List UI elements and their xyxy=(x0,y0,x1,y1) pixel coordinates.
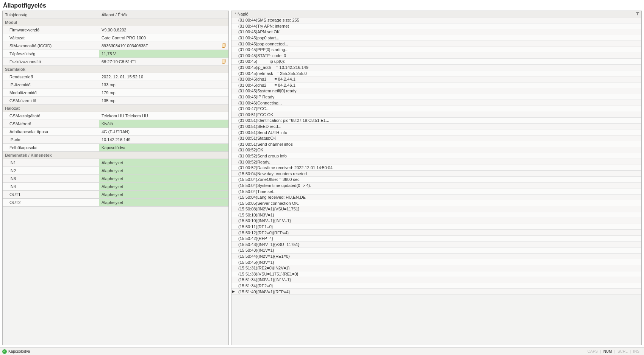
log-row[interactable]: (15:50:04)New day: counters reseted xyxy=(231,171,641,177)
log-row[interactable]: (01:00:45)netmask = 255.255.255.0 xyxy=(231,70,641,76)
log-message: (15:50:43){IN1V=1} xyxy=(237,248,276,253)
value-cell: 11,75 V xyxy=(99,50,228,58)
main-split: Tulajdonság Állapot / Érték ModulFirmwar… xyxy=(0,11,644,347)
log-row[interactable]: (01:00:51)Status:OK xyxy=(231,135,641,142)
log-message: (15:50:04)Lang received: HU,EN,DE xyxy=(237,195,307,200)
status-panel: Tulajdonság Állapot / Érték ModulFirmwar… xyxy=(2,11,229,345)
log-row[interactable]: (01:00:45)ppp connected... xyxy=(231,41,641,47)
log-row[interactable]: (15:51:34){IN3V=1}{IN1V=1} xyxy=(231,277,641,283)
log-row[interactable]: (01:00:51)ECC OK xyxy=(231,112,641,118)
log-row[interactable]: (15:50:43){IN1V=1} xyxy=(231,248,641,254)
log-message: (01:00:45)ppp connected... xyxy=(237,41,289,47)
log-row[interactable]: ▶(15:51:40){IN4V=1}{RFP=4} xyxy=(231,289,641,295)
log-row[interactable]: (15:51:33){VSU=11751}{RE1=0} xyxy=(231,271,641,277)
log-row[interactable]: (01:00:45)ppp0 start... xyxy=(231,35,641,41)
section-header[interactable]: Bemenetek / Kimenetek xyxy=(3,152,228,159)
log-message: (15:50:42){RFP=4} xyxy=(237,236,275,241)
current-row-icon: ▶ xyxy=(232,290,235,293)
section-header[interactable]: Számlálók xyxy=(3,66,228,73)
property-cell: Rendszeridő xyxy=(3,73,99,81)
property-cell: OUT2 xyxy=(3,199,99,206)
table-row: IP-üzemidő133 mp xyxy=(3,81,228,89)
log-message: (15:50:04)Time set... xyxy=(237,189,278,194)
log-row[interactable]: (01:00:45)IP Ready xyxy=(231,94,641,100)
log-row[interactable]: (01:00:51)Send AUTH info xyxy=(231,129,641,135)
connection-status-text: Kapcsolódva xyxy=(8,349,30,353)
value-cell: Kiváló xyxy=(99,120,228,128)
log-row[interactable]: (01:00:47)ECC... xyxy=(231,106,641,112)
log-row[interactable]: (15:50:43){IN4V=1}{VSU=11751} xyxy=(231,242,641,248)
property-cell: Változat xyxy=(3,34,99,42)
log-message: (15:50:45){IN3V=1} xyxy=(237,260,276,265)
log-row[interactable]: (01:00:45)PPP[0] starting... xyxy=(231,47,641,53)
log-row[interactable]: (01:00:52)Send group info xyxy=(231,153,641,159)
log-row[interactable]: (01:00:46)Connecting... xyxy=(231,100,641,106)
log-message: (15:50:12){RE2=0}{RFP=4} xyxy=(237,230,290,235)
log-row[interactable]: (15:50:04)Time set... xyxy=(231,188,641,195)
svg-rect-3 xyxy=(222,60,225,64)
table-row: OUT1Alaphelyzet xyxy=(3,191,228,199)
log-filter-icon[interactable] xyxy=(635,12,640,16)
log-row[interactable]: (01:00:44)SMS storage size: 255 xyxy=(231,17,641,23)
log-row[interactable]: (01:00:45)dns2 = 84.2.46.1 xyxy=(231,83,641,89)
table-row: Tápfeszültség11,75 V xyxy=(3,50,228,58)
copy-icon[interactable] xyxy=(222,59,227,64)
value-cell: Telekom HU Telekom HU xyxy=(99,112,228,120)
property-cell: Eszközazonosító xyxy=(3,58,99,65)
log-row[interactable]: (01:00:45)System netif[0] ready xyxy=(231,88,641,94)
log-row[interactable]: (01:00:51)Send channel infos xyxy=(231,141,641,147)
value-cell: Alaphelyzet xyxy=(99,175,228,182)
log-row[interactable]: (15:50:10){IN3V=1} xyxy=(231,212,641,218)
log-row[interactable]: (01:00:45)ip_addr = 10.142.216.149 xyxy=(231,65,641,71)
log-row[interactable]: (15:50:10){IN4V=1}{IN1V=1} xyxy=(231,218,641,224)
log-row[interactable]: (15:50:42){RFP=4} xyxy=(231,236,641,242)
property-cell: Felhőkapcsolat xyxy=(3,144,99,151)
table-row: IN2Alaphelyzet xyxy=(3,167,228,175)
copy-icon[interactable] xyxy=(222,43,227,48)
log-message: (01:00:44)Try APN: internet xyxy=(237,23,291,29)
log-row[interactable]: (15:50:44){IN2V=1}{RE1=0} xyxy=(231,254,641,260)
property-cell: SIM-azonosító (ICCID) xyxy=(3,42,99,50)
log-message: (01:00:45)System netif[0] ready xyxy=(237,88,298,93)
value-cell: 179 mp xyxy=(99,89,228,97)
log-row[interactable]: (15:50:08){IN2V=1}{VSU=11751} xyxy=(231,206,641,212)
log-row[interactable]: (15:51:34){RE2=0} xyxy=(231,283,641,289)
log-row[interactable]: (15:50:04)Lang received: HU,EN,DE xyxy=(231,195,641,201)
log-row[interactable]: (15:50:45){IN3V=1} xyxy=(231,259,641,265)
value-cell: Alaphelyzet xyxy=(99,199,228,206)
log-message: (01:00:46)Connecting... xyxy=(237,100,283,106)
log-row[interactable]: (01:00:52)Date/time received: 2022.12.01… xyxy=(231,165,641,171)
log-row[interactable]: (01:00:51)SEED recd... xyxy=(231,124,641,130)
table-row: IN3Alaphelyzet xyxy=(3,175,228,183)
section-header[interactable]: Modul xyxy=(3,19,228,26)
num-indicator: NUM xyxy=(603,349,612,353)
property-cell: Firmware-verzió xyxy=(3,26,99,34)
log-message: (01:00:45)ppp0 start... xyxy=(237,35,281,40)
log-row[interactable]: (01:00:51)Identification: pid=68:27:19:C… xyxy=(231,118,641,124)
log-row[interactable]: (01:00:45)dns1 = 84.2.44.1 xyxy=(231,76,641,83)
log-row[interactable]: (15:51:31){RE2=0}{IN2V=1} xyxy=(231,265,641,271)
status-table-header: Tulajdonság Állapot / Érték xyxy=(3,11,228,19)
log-row[interactable]: (15:50:04)ZoneOffset = 3600 sec xyxy=(231,177,641,183)
log-row[interactable]: (01:00:52)OK xyxy=(231,147,641,153)
log-row[interactable]: (15:50:04)System time updated(0 -> 4). xyxy=(231,183,641,189)
log-message: (15:50:04)ZoneOffset = 3600 sec xyxy=(237,177,301,182)
log-row[interactable]: (01:00:45)---------ip up(0): xyxy=(231,59,641,65)
value-cell: Kapcsolódva xyxy=(99,144,228,151)
log-body[interactable]: (01:00:44)SMS storage size: 255(01:00:44… xyxy=(231,17,641,345)
log-panel: * Napló (01:00:44)SMS storage size: 255(… xyxy=(231,11,642,345)
section-header[interactable]: Hálózat xyxy=(3,105,228,112)
header-value: Állapot / Érték xyxy=(99,11,228,19)
log-row[interactable]: (15:50:11){RE1=0} xyxy=(231,224,641,230)
log-row[interactable]: (01:00:52)Ready. xyxy=(231,159,641,165)
property-cell: GSM-üzemidő xyxy=(3,97,99,104)
log-message: (15:51:33){VSU=11751}{RE1=0} xyxy=(237,271,300,277)
log-message: (15:51:40){IN4V=1}{RFP=4} xyxy=(237,289,291,294)
table-row: Eszközazonosító68:27:19:C8:51:E1 xyxy=(3,58,228,66)
log-row[interactable]: (01:00:45)APN set OK xyxy=(231,29,641,35)
log-row[interactable]: (15:50:05)Server connection OK. xyxy=(231,200,641,206)
log-row[interactable]: (15:50:12){RE2=0}{RFP=4} xyxy=(231,230,641,236)
log-row[interactable]: (01:00:44)Try APN: internet xyxy=(231,23,641,30)
log-message: (01:00:51)ECC OK xyxy=(237,112,275,117)
log-row[interactable]: (01:00:45)STATE: code: 0 xyxy=(231,53,641,59)
